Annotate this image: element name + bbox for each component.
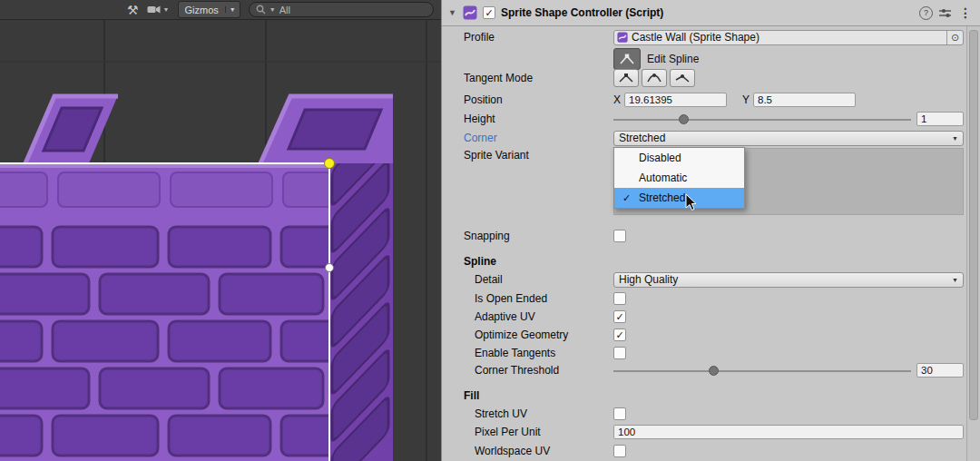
detail-label: Detail xyxy=(464,273,613,286)
slider-track xyxy=(613,370,911,372)
foldout-arrow-icon[interactable]: ▼ xyxy=(448,8,457,17)
profile-object-name: Castle Wall (Sprite Shape) xyxy=(632,31,943,44)
kebab-menu-icon[interactable]: ⋮ xyxy=(957,5,974,20)
corner-dropdown[interactable]: Stretched ▼ xyxy=(613,131,964,146)
stretch-uv-checkbox[interactable] xyxy=(613,407,626,420)
gizmos-label: Gizmos xyxy=(179,5,225,15)
tangent-continuous-icon xyxy=(647,73,662,83)
fill-section-header: Fill xyxy=(464,387,964,404)
stretch-uv-label: Stretch UV xyxy=(464,407,613,420)
tangent-linear-button[interactable] xyxy=(613,69,639,87)
position-label: Position xyxy=(464,93,613,106)
tangent-continuous-button[interactable] xyxy=(642,69,667,87)
corner-row: Corner Stretched ▼ xyxy=(464,130,964,146)
corner-threshold-row: Corner Threshold xyxy=(464,362,964,378)
position-y-field[interactable] xyxy=(753,93,856,107)
detail-dropdown-value: High Quality xyxy=(619,273,678,286)
menu-item-label: Disabled xyxy=(639,152,681,164)
chevron-down-icon: ▼ xyxy=(163,6,170,13)
worldspace-uv-label: Worldspace UV xyxy=(464,445,613,457)
menu-item-stretched[interactable]: ✓ Stretched xyxy=(614,188,744,208)
enable-tangents-checkbox[interactable] xyxy=(613,347,626,359)
detail-row: Detail High Quality ▼ xyxy=(464,271,964,288)
optimize-geometry-row: Optimize Geometry ✓ xyxy=(464,327,964,343)
help-icon[interactable]: ? xyxy=(919,6,933,20)
component-header[interactable]: ▼ ✓ Sprite Shape Controller (Script) ? ⋮ xyxy=(442,0,980,26)
edit-spline-button[interactable] xyxy=(613,48,641,70)
editor-tools-icon[interactable]: ⚒ xyxy=(127,4,139,16)
object-picker-icon[interactable]: ⊙ xyxy=(946,31,963,44)
scene-search-input[interactable] xyxy=(279,5,426,15)
spline-section-header: Spline xyxy=(464,253,964,270)
slider-track xyxy=(613,119,911,121)
scene-search-field[interactable]: ▼ xyxy=(249,2,434,17)
tangent-broken-button[interactable] xyxy=(670,69,695,87)
position-x-field[interactable] xyxy=(624,93,727,107)
wall-front-face xyxy=(0,163,385,461)
unity-editor-window: ⚒ ▼ Gizmos ▼ ▼ xyxy=(0,0,980,461)
corner-threshold-value-field[interactable] xyxy=(916,363,964,378)
camera-icon xyxy=(147,5,161,15)
scrollbar-thumb[interactable] xyxy=(969,30,978,420)
height-value-field[interactable] xyxy=(916,112,964,126)
slider-thumb[interactable] xyxy=(709,366,719,376)
adaptive-uv-checkbox[interactable]: ✓ xyxy=(613,310,626,323)
adaptive-uv-label: Adaptive UV xyxy=(464,310,613,323)
fill-section-label: Fill xyxy=(464,389,613,402)
chevron-down-icon: ▼ xyxy=(270,6,276,13)
scene-view: ⚒ ▼ Gizmos ▼ ▼ xyxy=(0,0,441,461)
gizmos-dropdown[interactable]: Gizmos ▼ xyxy=(178,1,240,18)
menu-item-disabled[interactable]: Disabled xyxy=(614,148,744,168)
check-icon: ✓ xyxy=(614,192,639,204)
menu-item-automatic[interactable]: Automatic xyxy=(614,168,744,188)
is-open-ended-label: Is Open Ended xyxy=(464,292,613,305)
edit-spline-row: Edit Spline xyxy=(464,48,964,70)
profile-object-field[interactable]: Castle Wall (Sprite Shape) ⊙ xyxy=(613,30,964,45)
scene-canvas[interactable] xyxy=(0,20,441,461)
tangent-broken-icon xyxy=(675,73,690,83)
inspector-panel: ▼ ✓ Sprite Shape Controller (Script) ? ⋮… xyxy=(441,0,980,461)
corner-dropdown-menu: Disabled Automatic ✓ Stretched xyxy=(613,147,745,209)
position-row: Position X Y xyxy=(464,92,964,108)
component-enabled-checkbox[interactable]: ✓ xyxy=(483,6,495,19)
mouse-cursor xyxy=(685,193,698,211)
inspector-scrollbar[interactable] xyxy=(966,26,980,461)
worldspace-uv-row: Worldspace UV xyxy=(464,443,964,459)
corner-dropdown-value: Stretched xyxy=(619,132,665,144)
enable-tangents-label: Enable Tangents xyxy=(464,347,613,359)
menu-item-label: Automatic xyxy=(639,172,687,184)
snapping-row: Snapping xyxy=(464,228,964,244)
detail-dropdown[interactable]: High Quality ▼ xyxy=(613,272,964,288)
corner-label: Corner xyxy=(464,132,613,144)
spline-point[interactable] xyxy=(326,264,334,272)
is-open-ended-row: Is Open Ended xyxy=(464,290,964,307)
slider-thumb[interactable] xyxy=(679,114,689,124)
sprite-shape-icon xyxy=(617,32,628,43)
tangent-mode-row: Tangent Mode xyxy=(464,70,964,86)
height-slider[interactable] xyxy=(613,112,911,126)
presets-icon[interactable] xyxy=(938,7,952,19)
sprite-shape-icon xyxy=(463,5,477,20)
profile-row: Profile Castle Wall (Sprite Shape) ⊙ xyxy=(464,29,964,45)
optimize-geometry-label: Optimize Geometry xyxy=(464,329,613,341)
corner-threshold-slider[interactable] xyxy=(613,363,911,378)
profile-label: Profile xyxy=(464,31,613,44)
chevron-down-icon: ▼ xyxy=(952,277,958,283)
corner-threshold-label: Corner Threshold xyxy=(464,364,613,377)
stretch-uv-row: Stretch UV xyxy=(464,406,964,422)
optimize-geometry-checkbox[interactable]: ✓ xyxy=(613,329,626,341)
scene-camera-button[interactable]: ▼ xyxy=(147,5,170,15)
is-open-ended-checkbox[interactable] xyxy=(613,292,626,305)
spline-point-selected[interactable] xyxy=(325,159,335,169)
tangent-mode-label: Tangent Mode xyxy=(464,72,613,84)
pixel-per-unit-row: Pixel Per Unit xyxy=(464,424,964,440)
chevron-down-icon: ▼ xyxy=(225,6,240,13)
snapping-checkbox[interactable] xyxy=(613,230,626,242)
tangent-linear-icon xyxy=(619,73,633,83)
sprite-variant-label: Sprite Variant xyxy=(464,149,613,162)
worldspace-uv-checkbox[interactable] xyxy=(613,445,626,457)
component-title: Sprite Shape Controller (Script) xyxy=(501,6,914,19)
pixel-per-unit-field[interactable] xyxy=(613,425,964,439)
wall-side-face xyxy=(329,113,393,461)
x-axis-label: X xyxy=(613,93,624,106)
